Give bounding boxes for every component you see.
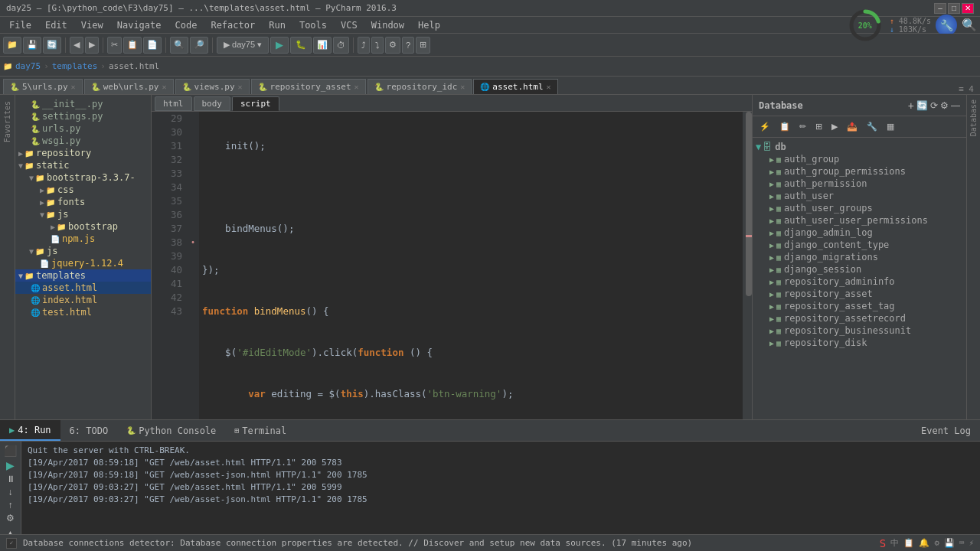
tree-item-repository[interactable]: ▶ 📁 repository xyxy=(15,147,151,159)
db-table-item[interactable]: ▶▦auth_group xyxy=(766,153,966,165)
menu-refactor[interactable]: Refactor xyxy=(204,18,261,32)
menu-run[interactable]: Run xyxy=(263,18,292,32)
run-button[interactable]: ▶ xyxy=(270,37,289,54)
tree-item-index-html[interactable]: 🌐 index.html xyxy=(15,294,151,306)
minimize-button[interactable]: – xyxy=(934,3,946,14)
tree-item-urls[interactable]: 🐍 urls.py xyxy=(15,122,151,135)
search-everywhere-button[interactable]: 🔍 xyxy=(962,18,977,32)
cut-button[interactable]: ✂ xyxy=(107,37,122,54)
run-maximize-button[interactable]: ▲ xyxy=(6,528,15,534)
tree-item-jquery[interactable]: 📄 jquery-1.12.4 xyxy=(15,257,151,269)
profile-button[interactable]: ⏱ xyxy=(333,37,349,54)
tab-urls-5[interactable]: 🐍 5\urls.py ✕ xyxy=(3,79,83,94)
db-properties-button[interactable]: 🔧 xyxy=(863,119,881,134)
breadcrumb-templates[interactable]: templates xyxy=(52,61,98,71)
project-button[interactable]: 📁 xyxy=(3,37,21,54)
vcs-button[interactable]: ⤴ xyxy=(358,37,370,54)
vcs-down-button[interactable]: ⤵ xyxy=(371,37,384,54)
tab-close-icon[interactable]: ✕ xyxy=(162,83,167,91)
tree-item-bootstrap-dir[interactable]: ▶ 📁 bootstrap xyxy=(15,220,151,233)
menu-navigate[interactable]: Navigate xyxy=(111,18,168,32)
copy-button[interactable]: 📋 xyxy=(123,37,142,54)
sub-tab-body[interactable]: body xyxy=(194,96,231,111)
breadcrumb-file[interactable]: asset.html xyxy=(109,61,159,71)
tree-item-bootstrap[interactable]: ▼ 📁 bootstrap-3.3.7- xyxy=(15,171,151,184)
db-export-button[interactable]: 📤 xyxy=(843,119,861,134)
tab-todo[interactable]: 6: TODO xyxy=(60,420,118,441)
help-button[interactable]: ? xyxy=(402,37,414,54)
tree-item-init[interactable]: 🐍 __init__.py xyxy=(15,98,151,110)
save-button[interactable]: 💾 xyxy=(23,37,41,54)
favorites-label[interactable]: Favorites xyxy=(2,98,13,145)
run-pause-button[interactable]: ⏸ xyxy=(6,474,15,484)
terminal-button[interactable]: ⊞ xyxy=(416,37,430,54)
menu-tools[interactable]: Tools xyxy=(293,18,333,32)
debug-button[interactable]: 🐛 xyxy=(290,37,312,54)
tree-item-npm[interactable]: 📄 npm.js xyxy=(15,233,151,245)
tree-item-asset-html[interactable]: 🌐 asset.html xyxy=(15,282,151,294)
tree-item-settings[interactable]: 🐍 settings.py xyxy=(15,110,151,122)
tree-item-templates[interactable]: ▼ 📁 templates xyxy=(15,269,151,282)
maximize-button[interactable]: □ xyxy=(948,3,960,14)
tab-close-icon[interactable]: ✕ xyxy=(71,83,76,91)
run-stop-button[interactable]: ⬛ xyxy=(4,445,17,457)
menu-help[interactable]: Help xyxy=(412,18,446,32)
tree-item-css[interactable]: ▶ 📁 css xyxy=(15,184,151,196)
notification-icon[interactable]: 🔔 xyxy=(919,538,929,548)
sync-button[interactable]: 🔄 xyxy=(43,37,61,54)
sub-tab-html[interactable]: html xyxy=(155,96,192,111)
db-table-item[interactable]: ▶▦auth_user_groups xyxy=(766,202,966,214)
memory-icon[interactable]: 💾 xyxy=(944,538,955,548)
sub-tab-script[interactable]: script xyxy=(232,96,279,111)
db-table-item[interactable]: ▶▦django_admin_log xyxy=(766,227,966,239)
db-table-item[interactable]: ▶▦auth_permission xyxy=(766,178,966,190)
tab-close-icon[interactable]: ✕ xyxy=(238,83,243,91)
db-settings-button[interactable]: ⚙ xyxy=(940,99,949,112)
keyboard-icon[interactable]: ⌨ xyxy=(959,538,965,548)
tree-item-wsgi[interactable]: 🐍 wsgi.py xyxy=(15,135,151,147)
settings-icon[interactable]: ⚙ xyxy=(934,538,939,548)
close-button[interactable]: ✕ xyxy=(962,3,974,14)
menu-window[interactable]: Window xyxy=(365,18,410,32)
settings-button[interactable]: ⚙ xyxy=(385,37,400,54)
back-button[interactable]: ◀ xyxy=(70,37,83,54)
tab-web-urls[interactable]: 🐍 web\urls.py ✕ xyxy=(84,79,174,94)
run-gear-button[interactable]: ⚙ xyxy=(6,513,15,523)
menu-vcs[interactable]: VCS xyxy=(335,18,364,32)
db-add-button[interactable]: + xyxy=(908,99,914,112)
db-table-item[interactable]: ▶▦repository_businessunit xyxy=(766,324,966,337)
coverage-button[interactable]: 📊 xyxy=(313,37,332,54)
tab-close-icon[interactable]: ✕ xyxy=(547,83,551,91)
db-console-button[interactable]: ⊞ xyxy=(812,119,826,134)
code-area[interactable]: init(); bindMenus(); }); function bindMe… xyxy=(199,112,743,419)
db-sync-button[interactable]: ⟳ xyxy=(930,99,938,112)
run-scroll-down-button[interactable]: ↓ xyxy=(8,487,13,497)
menu-code[interactable]: Code xyxy=(169,18,204,32)
db-refresh-button[interactable]: 🔄 xyxy=(916,99,928,112)
tab-asset-html[interactable]: 🌐 asset.html ✕ xyxy=(473,79,557,94)
db-root[interactable]: ▼ 🗄 db xyxy=(753,141,966,153)
replace-button[interactable]: 🔎 xyxy=(190,37,208,54)
db-run-button[interactable]: ▶ xyxy=(828,119,841,134)
tab-event-log[interactable]: Event Log xyxy=(912,420,980,441)
editor-viewport[interactable]: 29 30 31 32 33 34 35 36 37 38 39 40 41 4… xyxy=(152,112,752,419)
db-edit-button[interactable]: ✏ xyxy=(795,119,810,134)
run-scroll-up-button[interactable]: ↑ xyxy=(8,500,13,510)
db-table-item[interactable]: ▶▦repository_disk xyxy=(766,337,966,349)
paste-button[interactable]: 📄 xyxy=(143,37,162,54)
db-table-item[interactable]: ▶▦auth_group_permissions xyxy=(766,165,966,178)
tree-item-test-html[interactable]: 🌐 test.html xyxy=(15,306,151,318)
breadcrumb-day75[interactable]: day75 xyxy=(15,61,41,71)
db-table-item[interactable]: ▶▦repository_admininfo xyxy=(766,276,966,288)
run-config-dropdown[interactable]: ▶ day75 ▾ xyxy=(217,37,269,54)
tree-item-static[interactable]: ▼ 📁 static xyxy=(15,159,151,171)
db-filter-button[interactable]: ▦ xyxy=(883,119,898,134)
tree-item-js-bootstrap[interactable]: ▼ 📁 js xyxy=(15,208,151,220)
db-connect-button[interactable]: ⚡ xyxy=(756,119,774,134)
db-table-item[interactable]: ▶▦django_content_type xyxy=(766,239,966,251)
forward-button[interactable]: ▶ xyxy=(85,37,99,54)
run-rerun-button[interactable]: ▶ xyxy=(6,459,15,471)
db-table-item[interactable]: ▶▦django_migrations xyxy=(766,251,966,263)
search-button[interactable]: 🔍 xyxy=(170,37,188,54)
menu-edit[interactable]: Edit xyxy=(39,18,74,32)
